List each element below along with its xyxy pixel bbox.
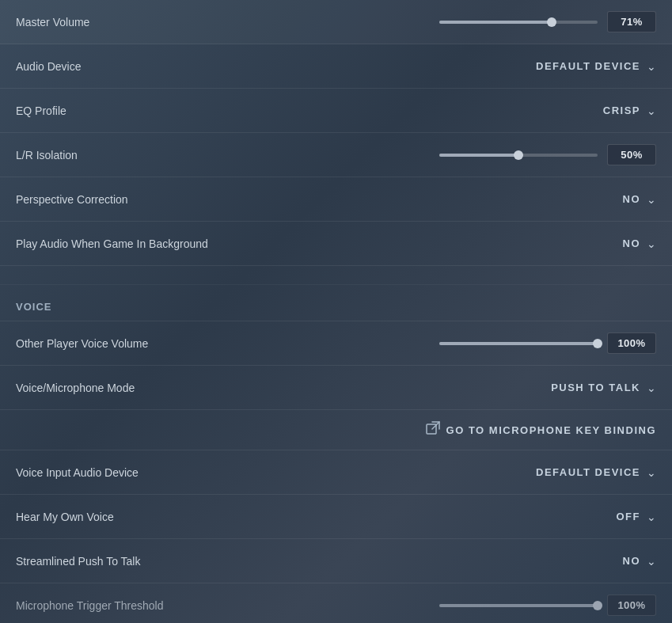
spacer [0,266,672,285]
voice-input-audio-device-row: Voice Input Audio Device DEFAULT DEVICE … [0,450,672,495]
audio-device-row: Audio Device DEFAULT DEVICE ⌄ [0,44,672,89]
voice-section-header: Voice [0,285,672,321]
other-player-voice-volume-label: Other Player Voice Volume [16,337,148,350]
streamlined-push-to-talk-chevron-icon: ⌄ [647,555,656,568]
other-player-voice-volume-row: Other Player Voice Volume 100% [0,321,672,366]
audio-device-chevron-icon: ⌄ [647,60,656,73]
perspective-correction-label: Perspective Correction [16,193,128,206]
external-link-icon [426,421,440,439]
audio-device-label: Audio Device [16,60,82,73]
voice-input-audio-device-chevron-icon: ⌄ [647,466,656,479]
voice-microphone-mode-dropdown[interactable]: PUSH TO TALK ⌄ [551,382,656,394]
microphone-trigger-threshold-label: Microphone Trigger Threshold [16,599,164,612]
hear-my-own-voice-label: Hear My Own Voice [16,511,114,523]
hear-my-own-voice-dropdown[interactable]: OFF ⌄ [617,511,657,523]
master-volume-value: 71% [607,11,656,32]
microphone-key-binding-link[interactable]: GO TO MICROPHONE KEY BINDING [426,421,656,439]
streamlined-push-to-talk-dropdown[interactable]: NO ⌄ [623,555,657,568]
microphone-trigger-threshold-value: 100% [607,595,656,616]
perspective-correction-value: NO [623,193,641,205]
perspective-correction-row: Perspective Correction NO ⌄ [0,177,672,222]
eq-profile-chevron-icon: ⌄ [647,104,656,117]
lr-isolation-value: 50% [607,144,656,165]
play-audio-background-value: NO [623,237,641,249]
settings-panel: Master Volume 71% Audio Device DEFAULT D… [0,0,672,623]
other-player-voice-volume-value: 100% [607,332,656,354]
lr-isolation-row: L/R Isolation 50% [0,133,672,177]
perspective-correction-dropdown[interactable]: NO ⌄ [623,193,657,206]
voice-microphone-mode-row: Voice/Microphone Mode PUSH TO TALK ⌄ [0,366,672,410]
master-volume-label: Master Volume [16,16,89,28]
voice-microphone-mode-value: PUSH TO TALK [551,382,640,393]
lr-isolation-label: L/R Isolation [16,149,78,161]
microphone-trigger-threshold-row: Microphone Trigger Threshold 100% [0,583,672,623]
perspective-correction-chevron-icon: ⌄ [647,193,656,206]
eq-profile-dropdown[interactable]: CRISP ⌄ [603,104,656,117]
audio-device-dropdown[interactable]: DEFAULT DEVICE ⌄ [536,60,656,73]
microphone-key-binding-label: GO TO MICROPHONE KEY BINDING [446,424,656,436]
voice-section-label: Voice [16,301,51,313]
play-audio-background-label: Play Audio When Game In Background [16,237,208,250]
other-player-voice-volume-control[interactable]: 100% [439,332,656,354]
hear-my-own-voice-value: OFF [617,511,641,522]
master-volume-row: Master Volume 71% [0,0,672,44]
microphone-key-binding-row: GO TO MICROPHONE KEY BINDING [0,410,672,450]
voice-microphone-mode-chevron-icon: ⌄ [647,382,656,394]
streamlined-push-to-talk-label: Streamlined Push To Talk [16,555,140,568]
microphone-trigger-threshold-control[interactable]: 100% [439,595,656,616]
streamlined-push-to-talk-value: NO [623,555,641,567]
other-player-voice-volume-slider[interactable] [439,342,598,345]
hear-my-own-voice-row: Hear My Own Voice OFF ⌄ [0,495,672,539]
eq-profile-row: EQ Profile CRISP ⌄ [0,89,672,133]
voice-input-audio-device-dropdown[interactable]: DEFAULT DEVICE ⌄ [536,466,656,479]
master-volume-slider[interactable] [439,21,598,24]
play-audio-background-chevron-icon: ⌄ [647,237,656,250]
lr-isolation-control[interactable]: 50% [439,144,656,165]
play-audio-background-dropdown[interactable]: NO ⌄ [623,237,657,250]
master-volume-control[interactable]: 71% [439,11,656,32]
voice-input-audio-device-value: DEFAULT DEVICE [536,466,640,478]
play-audio-background-row: Play Audio When Game In Background NO ⌄ [0,222,672,266]
lr-isolation-thumb[interactable] [514,150,523,160]
microphone-trigger-threshold-thumb[interactable] [593,601,602,610]
lr-isolation-slider[interactable] [439,154,598,157]
eq-profile-label: EQ Profile [16,104,66,117]
eq-profile-value: CRISP [603,104,640,116]
hear-my-own-voice-chevron-icon: ⌄ [647,511,656,523]
other-player-voice-volume-thumb[interactable] [593,339,602,348]
master-volume-thumb[interactable] [547,17,556,27]
voice-microphone-mode-label: Voice/Microphone Mode [16,382,135,394]
audio-device-value: DEFAULT DEVICE [536,60,640,72]
microphone-trigger-threshold-slider[interactable] [439,604,598,607]
streamlined-push-to-talk-row: Streamlined Push To Talk NO ⌄ [0,539,672,583]
voice-input-audio-device-label: Voice Input Audio Device [16,466,139,479]
